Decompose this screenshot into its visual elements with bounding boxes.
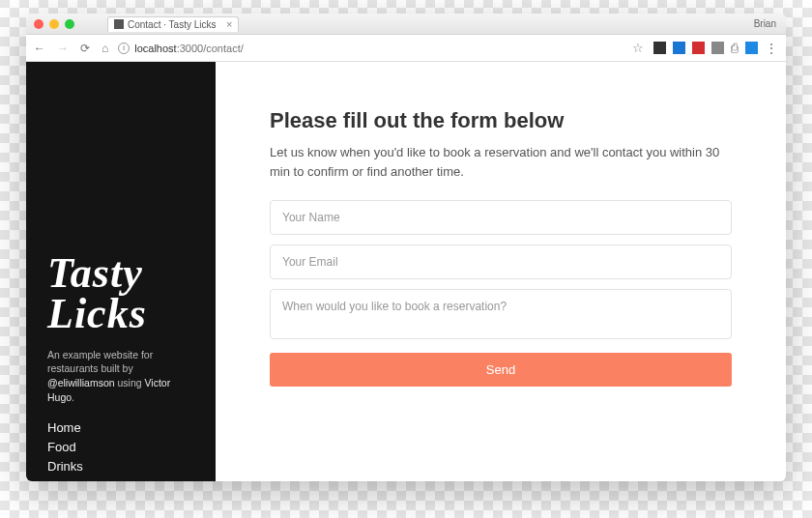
- page-heading: Please fill out the form below: [270, 108, 732, 133]
- window-controls: [34, 19, 74, 29]
- sidebar-nav: Home Food Drinks About Gallery Make A Re…: [47, 417, 198, 481]
- nav-icons: ← → ⟳ ⌂: [34, 42, 108, 55]
- nav-item-home[interactable]: Home: [47, 417, 198, 437]
- address-bar[interactable]: i localhost:3000/contact/: [118, 43, 623, 54]
- extension-icons: ⎙ ⋮: [653, 41, 778, 56]
- close-tab-icon[interactable]: ×: [226, 18, 232, 30]
- email-input[interactable]: [270, 245, 732, 279]
- url-path: :3000/contact/: [177, 43, 244, 54]
- message-textarea[interactable]: [270, 289, 732, 339]
- extension-icon-4[interactable]: [711, 42, 724, 54]
- nav-item-drinks[interactable]: Drinks: [47, 456, 198, 475]
- site-info-icon[interactable]: i: [118, 43, 130, 54]
- reload-icon[interactable]: ⟳: [80, 42, 90, 55]
- site-tagline: An example website for restaurants built…: [47, 348, 198, 405]
- favicon-icon: [114, 19, 124, 29]
- nav-item-food[interactable]: Food: [47, 437, 198, 456]
- url-host: localhost: [134, 43, 176, 54]
- cast-icon[interactable]: ⎙: [731, 41, 739, 55]
- send-button[interactable]: Send: [270, 353, 732, 387]
- extension-icon-5[interactable]: [745, 42, 758, 54]
- tab-title: Contact · Tasty Licks: [128, 19, 217, 30]
- page-content: Tasty Licks An example website for resta…: [26, 62, 786, 481]
- extension-icon-2[interactable]: [673, 42, 685, 54]
- main-area: Please fill out the form below Let us kn…: [216, 62, 786, 481]
- back-icon[interactable]: ←: [34, 42, 45, 55]
- forward-icon[interactable]: →: [57, 42, 69, 55]
- author-link[interactable]: @eliwilliamson: [47, 377, 115, 388]
- extension-icon-3[interactable]: [692, 42, 705, 54]
- tagline-text: An example website for restaurants built…: [47, 349, 153, 375]
- extension-icon-1[interactable]: [653, 42, 666, 54]
- site-logo[interactable]: Tasty Licks: [47, 253, 198, 334]
- minimize-window-button[interactable]: [49, 19, 59, 29]
- close-window-button[interactable]: [34, 19, 44, 29]
- browser-tab[interactable]: Contact · Tasty Licks ×: [107, 16, 239, 32]
- home-icon[interactable]: ⌂: [102, 42, 108, 55]
- name-input[interactable]: [270, 200, 732, 235]
- nav-item-about[interactable]: About: [47, 475, 198, 481]
- profile-label[interactable]: Brian: [754, 18, 776, 29]
- tagline-text: .: [72, 391, 74, 403]
- page-subtext: Let us know when you'd like to book a re…: [270, 143, 732, 181]
- browser-toolbar: ← → ⟳ ⌂ i localhost:3000/contact/ ☆ ⎙ ⋮: [26, 35, 786, 62]
- window-titlebar: Contact · Tasty Licks × Brian: [26, 14, 786, 35]
- sidebar: Tasty Licks An example website for resta…: [26, 62, 216, 481]
- logo-line-2: Licks: [47, 294, 198, 334]
- menu-icon[interactable]: ⋮: [765, 41, 778, 56]
- maximize-window-button[interactable]: [65, 19, 74, 29]
- bookmark-star-icon[interactable]: ☆: [632, 41, 644, 55]
- browser-window: Contact · Tasty Licks × Brian ← → ⟳ ⌂ i …: [26, 14, 786, 481]
- tagline-text: using: [115, 377, 145, 388]
- logo-line-1: Tasty: [47, 253, 198, 294]
